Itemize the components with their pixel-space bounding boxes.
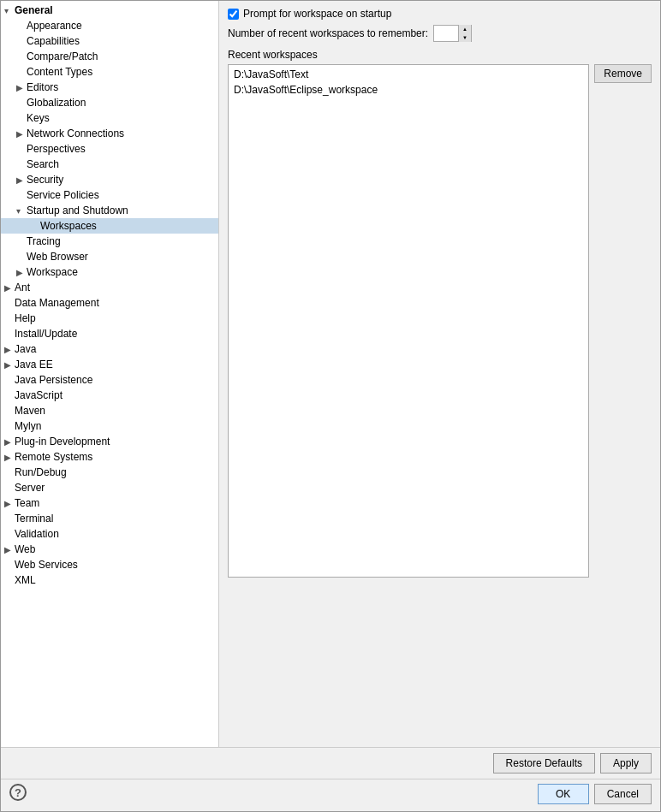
sidebar-item-compare-patch[interactable]: Compare/Patch — [1, 49, 218, 64]
tree-label-install-update: Install/Update — [15, 328, 215, 340]
tree-label-content-types: Content Types — [27, 66, 215, 78]
sidebar-item-appearance[interactable]: Appearance — [1, 18, 218, 33]
cancel-button[interactable]: Cancel — [594, 784, 652, 804]
workspaces-section: D:\JavaSoft\TextD:\JavaSoft\Eclipse_work… — [228, 64, 652, 740]
apply-button[interactable]: Apply — [600, 753, 652, 773]
tree-arrow-java-ee: ▶ — [4, 360, 15, 370]
workspace-list[interactable]: D:\JavaSoft\TextD:\JavaSoft\Eclipse_work… — [228, 64, 589, 578]
sidebar-item-workspaces[interactable]: Workspaces — [1, 218, 218, 234]
sidebar-item-javascript[interactable]: JavaScript — [1, 388, 218, 403]
sidebar-item-search[interactable]: Search — [1, 157, 218, 172]
sidebar-item-perspectives[interactable]: Perspectives — [1, 141, 218, 157]
tree-label-search: Search — [27, 158, 215, 170]
tree-label-remote-systems: Remote Systems — [15, 451, 215, 463]
spinner-arrows: ▲ ▼ — [458, 25, 471, 42]
preferences-dialog: ▾GeneralAppearanceCapabilitiesCompare/Pa… — [0, 0, 661, 812]
spinner-up[interactable]: ▲ — [459, 25, 471, 33]
remove-button[interactable]: Remove — [594, 64, 652, 83]
tree-label-tracing: Tracing — [27, 235, 215, 247]
recent-count-spinner[interactable]: 5 ▲ ▼ — [433, 25, 472, 42]
sidebar-item-tracing[interactable]: Tracing — [1, 234, 218, 249]
sidebar-item-content-types[interactable]: Content Types — [1, 64, 218, 80]
tree-label-javascript: JavaScript — [15, 389, 215, 401]
sidebar-item-terminal[interactable]: Terminal — [1, 511, 218, 526]
restore-defaults-button[interactable]: Restore Defaults — [493, 753, 595, 773]
tree-label-java-persistence: Java Persistence — [15, 374, 215, 386]
sidebar: ▾GeneralAppearanceCapabilitiesCompare/Pa… — [1, 1, 219, 747]
workspace-buttons: Remove — [589, 64, 652, 740]
prompt-workspace-row: Prompt for workspace on startup — [228, 8, 652, 20]
tree-arrow-remote-systems: ▶ — [4, 453, 15, 462]
sidebar-item-validation[interactable]: Validation — [1, 526, 218, 542]
sidebar-item-help[interactable]: Help — [1, 311, 218, 326]
sidebar-item-web-services[interactable]: Web Services — [1, 557, 218, 572]
sidebar-item-web-browser[interactable]: Web Browser — [1, 249, 218, 264]
tree-label-web: Web — [15, 543, 215, 555]
tree-label-perspectives: Perspectives — [27, 143, 215, 155]
recent-count-row: Number of recent workspaces to remember:… — [228, 25, 652, 42]
bottom-bar: Restore Defaults Apply — [1, 747, 660, 779]
tree-arrow-security: ▶ — [16, 175, 27, 185]
sidebar-item-startup-shutdown[interactable]: ▾Startup and Shutdown — [1, 203, 218, 218]
action-buttons: ? OK Cancel — [1, 779, 660, 811]
sidebar-item-editors[interactable]: ▶Editors — [1, 80, 218, 95]
sidebar-item-run-debug[interactable]: Run/Debug — [1, 465, 218, 480]
sidebar-item-security[interactable]: ▶Security — [1, 172, 218, 187]
sidebar-item-ant[interactable]: ▶Ant — [1, 280, 218, 295]
sidebar-item-keys[interactable]: Keys — [1, 110, 218, 126]
sidebar-item-server[interactable]: Server — [1, 480, 218, 495]
tree-label-compare-patch: Compare/Patch — [27, 50, 215, 62]
tree-label-globalization: Globalization — [27, 97, 215, 109]
sidebar-item-workspace[interactable]: ▶Workspace — [1, 264, 218, 280]
sidebar-item-java-ee[interactable]: ▶Java EE — [1, 357, 218, 372]
sidebar-item-web[interactable]: ▶Web — [1, 542, 218, 557]
tree-label-keys: Keys — [27, 112, 215, 124]
spinner-down[interactable]: ▼ — [459, 33, 471, 42]
tree-label-capabilities: Capabilities — [27, 35, 215, 47]
sidebar-item-data-management[interactable]: Data Management — [1, 295, 218, 311]
tree-arrow-team: ▶ — [4, 499, 15, 508]
tree-label-validation: Validation — [15, 528, 215, 540]
tree-label-xml: XML — [15, 574, 215, 586]
sidebar-item-capabilities[interactable]: Capabilities — [1, 33, 218, 49]
sidebar-item-service-policies[interactable]: Service Policies — [1, 187, 218, 203]
ok-button[interactable]: OK — [538, 784, 589, 804]
tree-label-mylyn: Mylyn — [15, 420, 215, 432]
recent-count-label: Number of recent workspaces to remember: — [228, 27, 428, 39]
recent-count-input[interactable]: 5 — [434, 26, 458, 41]
workspace-entry[interactable]: D:\JavaSoft\Text — [230, 67, 587, 82]
tree-arrow-plugin-development: ▶ — [4, 437, 15, 447]
sidebar-item-java[interactable]: ▶Java — [1, 341, 218, 357]
tree-label-maven: Maven — [15, 405, 215, 417]
workspace-entry[interactable]: D:\JavaSoft\Eclipse_workspace — [230, 82, 587, 98]
tree-arrow-network-connections: ▶ — [16, 129, 27, 139]
sidebar-item-install-update[interactable]: Install/Update — [1, 326, 218, 341]
dialog-content: ▾GeneralAppearanceCapabilitiesCompare/Pa… — [1, 1, 660, 747]
prompt-workspace-checkbox[interactable] — [228, 9, 239, 20]
tree-label-help: Help — [15, 312, 215, 324]
sidebar-item-mylyn[interactable]: Mylyn — [1, 418, 218, 434]
sidebar-item-java-persistence[interactable]: Java Persistence — [1, 372, 218, 388]
prompt-workspace-label: Prompt for workspace on startup — [243, 8, 391, 20]
tree-label-security: Security — [27, 174, 215, 186]
recent-workspaces-title: Recent workspaces — [228, 49, 652, 61]
sidebar-item-network-connections[interactable]: ▶Network Connections — [1, 126, 218, 141]
tree-label-general: General — [15, 4, 215, 16]
sidebar-item-globalization[interactable]: Globalization — [1, 95, 218, 110]
tree-label-plugin-development: Plug-in Development — [15, 436, 215, 447]
sidebar-item-team[interactable]: ▶Team — [1, 495, 218, 511]
sidebar-item-xml[interactable]: XML — [1, 572, 218, 588]
tree-label-terminal: Terminal — [15, 513, 215, 525]
tree-arrow-general: ▾ — [4, 6, 15, 15]
tree-arrow-java: ▶ — [4, 345, 15, 354]
sidebar-item-plugin-development[interactable]: ▶Plug-in Development — [1, 434, 218, 449]
sidebar-item-maven[interactable]: Maven — [1, 403, 218, 418]
sidebar-item-general[interactable]: ▾General — [1, 3, 218, 18]
tree-label-java: Java — [15, 343, 215, 355]
tree-label-data-management: Data Management — [15, 297, 215, 309]
tree-arrow-editors: ▶ — [16, 83, 27, 92]
tree-label-team: Team — [15, 497, 215, 509]
tree-label-service-policies: Service Policies — [27, 189, 215, 201]
sidebar-item-remote-systems[interactable]: ▶Remote Systems — [1, 449, 218, 465]
help-icon[interactable]: ? — [9, 784, 27, 801]
